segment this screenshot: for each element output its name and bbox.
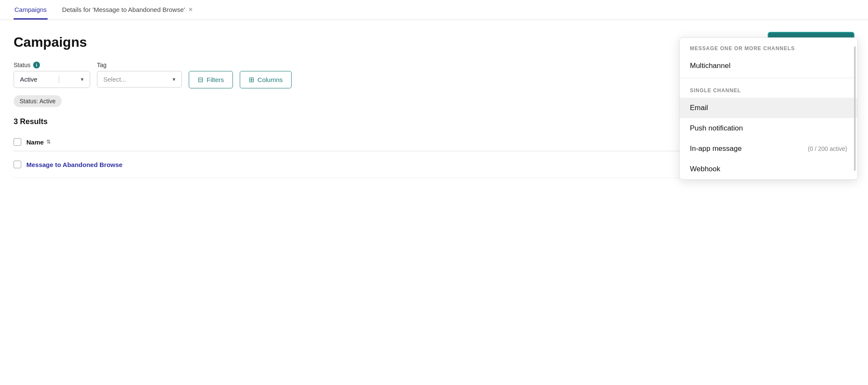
- tab-close-icon[interactable]: ✕: [188, 7, 193, 12]
- dropdown-item-webhook[interactable]: Webhook: [680, 159, 857, 178]
- status-label: Status i: [14, 62, 90, 68]
- columns-icon: ⊞: [249, 76, 254, 84]
- status-active-tag[interactable]: Status: Active: [14, 95, 62, 107]
- tag-label-text: Tag: [97, 62, 107, 68]
- status-chevron-icon: ▾: [81, 76, 84, 82]
- tab-campaigns-label: Campaigns: [14, 6, 47, 13]
- tab-details[interactable]: Details for 'Message to Abandoned Browse…: [61, 0, 194, 20]
- tag-chevron-icon: ▾: [173, 76, 176, 82]
- dropdown-item-email[interactable]: Email: [680, 98, 857, 118]
- campaign-name-link[interactable]: Message to Abandoned Browse: [26, 161, 742, 168]
- multichannel-label: Multichannel: [690, 62, 730, 70]
- tag-label: Tag: [97, 62, 182, 68]
- filters-button[interactable]: ⊟ Filters: [189, 71, 233, 88]
- dropdown-item-push[interactable]: Push notification: [680, 118, 857, 139]
- status-filter-group: Status i Active ▾: [14, 62, 90, 88]
- columns-button-wrapper: ⊞ Columns: [240, 71, 292, 88]
- status-info-icon: i: [33, 62, 40, 68]
- tab-campaigns[interactable]: Campaigns: [14, 0, 48, 20]
- dropdown-divider: [59, 76, 59, 83]
- webhook-label: Webhook: [690, 165, 720, 173]
- inapp-sub-label: (0 / 200 active): [808, 145, 847, 152]
- create-campaign-dropdown: MESSAGE ONE OR MORE CHANNELS Multichanne…: [679, 37, 858, 178]
- filters-button-wrapper: ⊟ Filters: [189, 71, 233, 88]
- section-label-multichannel: MESSAGE ONE OR MORE CHANNELS: [680, 38, 857, 56]
- dropdown-divider: [680, 78, 857, 78]
- tag-filter-group: Tag Select... ▾: [97, 62, 182, 88]
- scrollbar[interactable]: [854, 46, 856, 171]
- push-label: Push notification: [690, 124, 743, 133]
- tab-details-label: Details for 'Message to Abandoned Browse…: [62, 6, 185, 13]
- filters-icon: ⊟: [198, 76, 203, 84]
- row-checkbox[interactable]: [14, 161, 21, 168]
- col-header-name[interactable]: Name ⇅: [26, 139, 742, 146]
- dropdown-item-inapp[interactable]: In-app message (0 / 200 active): [680, 139, 857, 159]
- tag-placeholder: Select...: [103, 76, 126, 83]
- status-dropdown[interactable]: Active ▾: [14, 71, 90, 88]
- select-all-checkbox[interactable]: [14, 138, 21, 146]
- section-label-single-channel: SINGLE CHANNEL: [680, 80, 857, 98]
- email-label: Email: [690, 104, 708, 112]
- page-title: Campaigns: [14, 34, 87, 50]
- col-name-label: Name: [26, 139, 44, 146]
- filters-btn-label: Filters: [207, 76, 224, 83]
- columns-btn-label: Columns: [258, 76, 283, 83]
- sort-icon: ⇅: [46, 139, 51, 145]
- tabs-bar: Campaigns Details for 'Message to Abando…: [0, 0, 868, 20]
- status-dropdown-value: Active: [20, 76, 37, 83]
- dropdown-item-multichannel[interactable]: Multichannel: [680, 56, 857, 76]
- inapp-label: In-app message: [690, 144, 742, 153]
- tag-dropdown[interactable]: Select... ▾: [97, 71, 182, 88]
- columns-button[interactable]: ⊞ Columns: [240, 71, 292, 88]
- status-label-text: Status: [14, 62, 31, 68]
